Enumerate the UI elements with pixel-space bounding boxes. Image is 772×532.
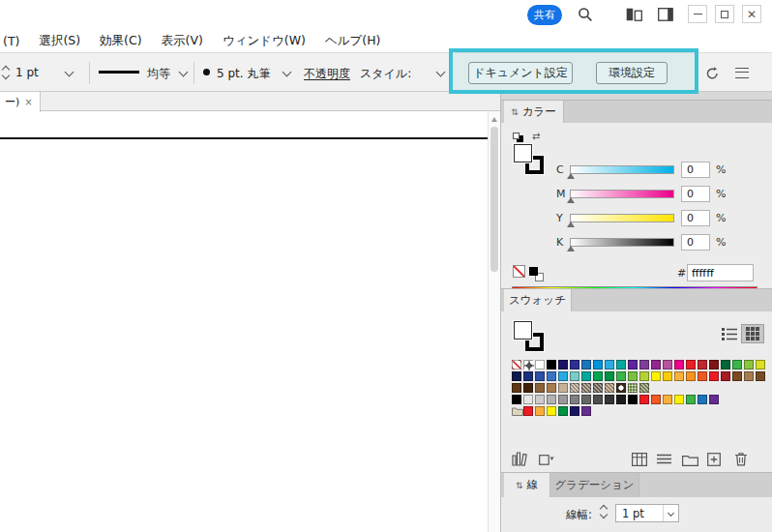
swatch-color[interactable] <box>686 371 696 381</box>
channel-slider[interactable] <box>570 238 674 247</box>
scrollbar-up-arrow[interactable] <box>491 117 497 122</box>
swatch-pattern[interactable] <box>581 383 591 393</box>
swatch-color[interactable] <box>523 371 533 381</box>
swatch-color[interactable] <box>512 371 521 381</box>
swatch-color[interactable] <box>558 395 568 404</box>
swatch-libraries-icon[interactable] <box>512 452 528 466</box>
swatch-color[interactable] <box>698 395 707 404</box>
swatch-color[interactable] <box>547 360 556 369</box>
slider-thumb[interactable] <box>567 246 575 251</box>
width-profile-dropdown-icon[interactable] <box>179 68 189 77</box>
menu-item-0[interactable]: (T) <box>0 34 29 48</box>
curved-arrow-icon[interactable] <box>705 66 720 80</box>
swatch-color[interactable] <box>756 371 765 381</box>
swatch-color[interactable] <box>593 395 603 404</box>
scrollbar-thumb[interactable] <box>490 127 498 272</box>
swatch-color[interactable] <box>709 395 719 404</box>
document-setup-button[interactable]: ドキュメント設定 <box>468 62 573 84</box>
slider-thumb[interactable] <box>567 222 575 227</box>
swatch-color[interactable] <box>605 360 614 369</box>
swatch-color[interactable] <box>570 371 579 381</box>
swatch-color[interactable] <box>581 371 591 381</box>
swatch-color[interactable] <box>639 371 649 381</box>
swatch-color[interactable] <box>709 360 719 369</box>
swatch-color[interactable] <box>651 395 661 404</box>
swatch-pattern-grid[interactable] <box>628 383 638 393</box>
swatch-color[interactable] <box>628 395 638 404</box>
swatch-color[interactable] <box>686 360 696 369</box>
control-panel-menu-icon[interactable] <box>735 68 749 78</box>
swatch-color[interactable] <box>558 371 568 381</box>
swatch-color[interactable] <box>744 360 754 369</box>
document-tab-close-icon[interactable]: × <box>24 97 32 107</box>
swatch-color[interactable] <box>639 395 649 404</box>
swatches-fill-proxy[interactable] <box>514 321 532 340</box>
tab-gradient[interactable]: グラデーション <box>550 473 639 497</box>
swatch-color[interactable] <box>535 371 545 381</box>
swatch-color[interactable] <box>581 395 591 404</box>
swatch-color[interactable] <box>523 406 533 416</box>
swatch-color[interactable] <box>570 360 579 369</box>
minimize-button[interactable] <box>688 5 707 23</box>
swatch-color[interactable] <box>616 371 626 381</box>
tab-color[interactable]: ⇅ カラー <box>504 101 564 123</box>
channel-value-input[interactable]: 0 <box>681 186 710 202</box>
swatch-color[interactable] <box>570 395 579 404</box>
channel-slider[interactable] <box>570 214 674 222</box>
style-dropdown-icon[interactable] <box>436 68 446 77</box>
workspace-switcher-icon[interactable] <box>658 8 673 21</box>
swatch-color[interactable] <box>616 395 626 404</box>
swatch-color[interactable] <box>547 371 556 381</box>
stroke-weight-value[interactable]: 1 pt <box>15 66 39 79</box>
tab-stroke[interactable]: ⇅ 線 <box>504 473 550 497</box>
width-profile-label[interactable]: 均等 <box>147 66 170 82</box>
swatch-color[interactable] <box>698 360 707 369</box>
new-swatch-icon[interactable] <box>707 453 721 466</box>
delete-swatch-icon[interactable] <box>734 452 748 466</box>
document-tab[interactable]: ー) × <box>0 92 41 112</box>
swatch-color[interactable] <box>651 360 661 369</box>
swatch-color[interactable] <box>605 371 614 381</box>
swatch-color[interactable] <box>756 360 765 369</box>
swatch-color[interactable] <box>721 360 730 369</box>
swatch-color[interactable] <box>523 383 533 393</box>
arrange-documents-icon[interactable] <box>626 8 642 21</box>
swatch-color[interactable] <box>698 371 707 381</box>
swatch-color[interactable] <box>558 360 568 369</box>
channel-value-input[interactable]: 0 <box>681 234 710 251</box>
brush-label[interactable]: 5 pt. 丸筆 <box>217 66 270 82</box>
new-color-group-icon[interactable] <box>682 454 698 466</box>
swatch-color[interactable] <box>581 406 591 416</box>
swatch-color[interactable] <box>663 360 672 369</box>
swatch-color[interactable] <box>547 383 556 393</box>
slider-thumb[interactable] <box>567 173 575 179</box>
share-button[interactable]: 共有 <box>527 5 562 25</box>
swatch-color[interactable] <box>547 395 556 404</box>
stroke-width-stepper[interactable] <box>599 504 609 519</box>
swatch-color[interactable] <box>593 371 603 381</box>
menu-item-2[interactable]: 効果(C) <box>90 33 151 49</box>
swatch-color[interactable] <box>535 406 545 416</box>
swatch-color[interactable] <box>570 406 579 416</box>
swatch-color[interactable] <box>512 383 521 393</box>
mini-black-swatch[interactable] <box>529 267 538 276</box>
swatch-color[interactable] <box>535 360 545 369</box>
swatch-color[interactable] <box>628 371 638 381</box>
swap-fill-stroke-icon[interactable]: ⇄ <box>532 132 540 141</box>
search-icon[interactable] <box>578 7 593 22</box>
list-view-icon[interactable] <box>721 327 738 341</box>
swatch-none[interactable] <box>512 360 521 369</box>
swatch-color[interactable] <box>732 371 742 381</box>
swatch-color[interactable] <box>663 395 672 404</box>
swatch-color[interactable] <box>651 371 661 381</box>
opacity-link[interactable]: 不透明度 <box>304 66 350 82</box>
swatch-color[interactable] <box>535 395 545 404</box>
swatch-color[interactable] <box>628 360 638 369</box>
swatch-color[interactable] <box>744 371 754 381</box>
swatch-registration[interactable] <box>523 360 533 369</box>
channel-slider[interactable] <box>570 190 674 198</box>
swatch-color[interactable] <box>674 395 684 404</box>
slider-thumb[interactable] <box>567 197 575 203</box>
swatch-color[interactable] <box>581 360 591 369</box>
close-button[interactable]: ✕ <box>742 5 761 23</box>
